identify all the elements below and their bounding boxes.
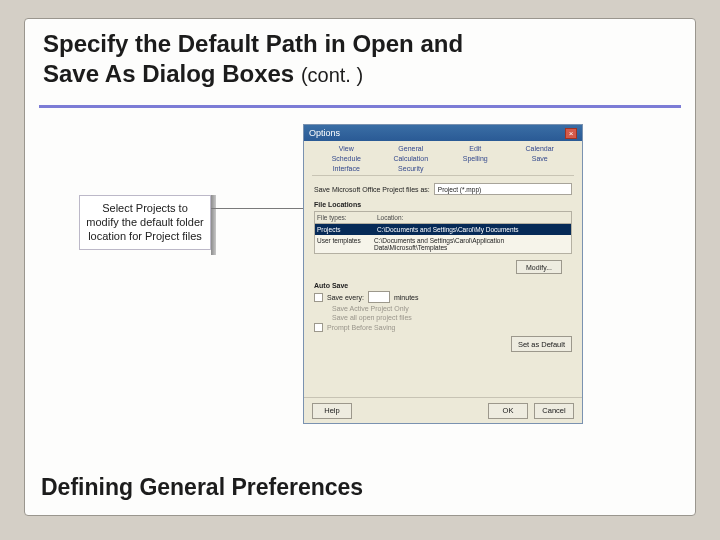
save-every-spinner[interactable] (368, 291, 390, 303)
tab-spelling[interactable]: Spelling (443, 155, 508, 162)
save-every-label: Save every: (327, 294, 364, 301)
title-line-1: Specify the Default Path in Open and (43, 30, 463, 57)
tab-general[interactable]: General (379, 145, 444, 152)
slide-card: Specify the Default Path in Open and Sav… (24, 18, 696, 516)
autosave-section: Auto Save Save every: minutes Save Activ… (304, 276, 582, 354)
button-bar: Help OK Cancel (304, 397, 582, 423)
tabs: View General Edit Calendar Schedule Calc… (304, 141, 582, 172)
dialog-title: Options (309, 128, 340, 138)
prompt-checkbox[interactable] (314, 323, 323, 332)
callout-box: Select Projects to modify the default fo… (79, 195, 211, 250)
set-default-button[interactable]: Set as Default (511, 336, 572, 352)
options-dialog: Options × View General Edit Calendar Sch… (303, 124, 583, 424)
tab-save[interactable]: Save (508, 155, 573, 162)
title-cont: (cont. ) (301, 64, 363, 86)
col-location: Location: (377, 214, 403, 221)
prompt-label: Prompt Before Saving (327, 324, 395, 331)
autosave-header: Auto Save (314, 282, 572, 289)
table-head: File types: Location: (315, 212, 571, 224)
opt-active-only: Save Active Project Only (332, 305, 409, 312)
callout-text: Select Projects to modify the default fo… (86, 202, 203, 242)
tab-view[interactable]: View (314, 145, 379, 152)
tab-calculation[interactable]: Calculation (379, 155, 444, 162)
dialog-titlebar: Options × (304, 125, 582, 141)
help-button[interactable]: Help (312, 403, 352, 419)
file-locations-header: File Locations (314, 201, 572, 208)
close-icon[interactable]: × (565, 128, 577, 139)
ok-button[interactable]: OK (488, 403, 528, 419)
save-as-select[interactable]: Project (*.mpp) (434, 183, 572, 195)
opt-all-open: Save all open project files (332, 314, 412, 321)
table-row-templates[interactable]: User templates C:\Documents and Settings… (315, 235, 571, 253)
footer-title: Defining General Preferences (41, 474, 363, 501)
callout-shadow (211, 195, 216, 255)
tab-calendar[interactable]: Calendar (508, 145, 573, 152)
tab-interface[interactable]: Interface (314, 165, 379, 172)
tab-security[interactable]: Security (379, 165, 444, 172)
tab-edit[interactable]: Edit (443, 145, 508, 152)
title-line-2: Save As Dialog Boxes (43, 60, 301, 87)
save-section: Save Microsoft Office Project files as: … (304, 176, 582, 197)
title-rule (39, 105, 681, 108)
modify-button[interactable]: Modify... (516, 260, 562, 274)
col-file-types: File types: (317, 214, 377, 221)
cancel-button[interactable]: Cancel (534, 403, 574, 419)
table-row-projects[interactable]: Projects C:\Documents and Settings\Carol… (315, 224, 571, 235)
save-as-label: Save Microsoft Office Project files as: (314, 186, 430, 193)
tab-schedule[interactable]: Schedule (314, 155, 379, 162)
save-every-checkbox[interactable] (314, 293, 323, 302)
minutes-label: minutes (394, 294, 419, 301)
slide-title: Specify the Default Path in Open and Sav… (43, 29, 673, 89)
callout-connector (211, 208, 303, 209)
file-locations-section: File Locations File types: Location: Pro… (304, 197, 582, 276)
